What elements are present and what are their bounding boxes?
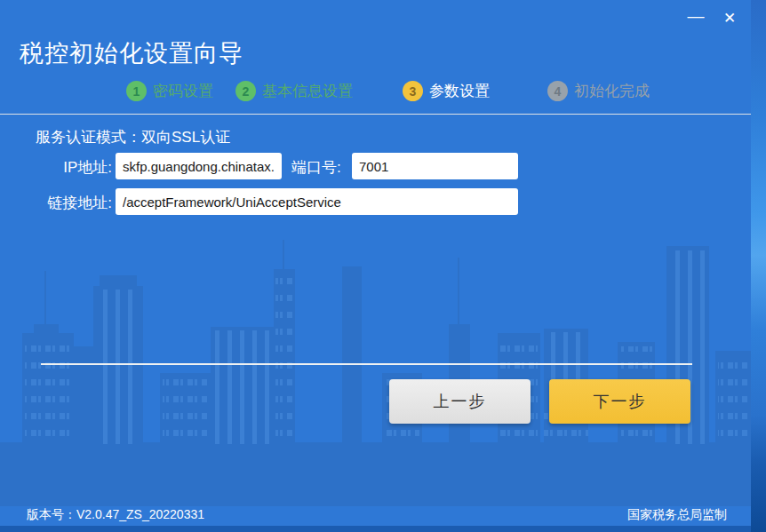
step-label: 密码设置 bbox=[153, 81, 213, 101]
footer-bar: 版本号：V2.0.47_ZS_20220331 国家税务总局监制 bbox=[0, 504, 751, 526]
step-basic-info: 2 基本信息设置 bbox=[235, 81, 353, 101]
step-number-badge: 3 bbox=[403, 81, 423, 101]
port-input[interactable] bbox=[352, 153, 518, 179]
wizard-window: — ✕ 税控初始化设置向导 1 密码设置 2 基本信息设置 3 参数设置 4 初… bbox=[0, 0, 751, 532]
ip-address-input[interactable] bbox=[116, 153, 282, 179]
auth-mode-value: 双向SSL认证 bbox=[141, 129, 230, 146]
link-address-input[interactable] bbox=[116, 188, 518, 215]
close-icon[interactable]: ✕ bbox=[717, 5, 742, 30]
link-address-label: 链接地址: bbox=[34, 193, 112, 213]
step-number-badge: 2 bbox=[235, 81, 256, 101]
step-password: 1 密码设置 bbox=[126, 81, 213, 101]
page-title: 税控初始化设置向导 bbox=[20, 37, 243, 69]
step-number-badge: 4 bbox=[547, 81, 568, 101]
auth-mode-line: 服务认证模式：双向SSL认证 bbox=[36, 127, 230, 147]
step-init-complete: 4 初始化完成 bbox=[547, 81, 650, 101]
desktop-wallpaper-strip bbox=[751, 0, 766, 532]
button-divider-line bbox=[41, 363, 692, 365]
minimize-icon[interactable]: — bbox=[683, 5, 708, 30]
city-skyline-background bbox=[0, 240, 751, 506]
step-indicator: 1 密码设置 2 基本信息设置 3 参数设置 4 初始化完成 bbox=[0, 81, 751, 104]
step-number-badge: 1 bbox=[126, 81, 147, 101]
step-label: 参数设置 bbox=[429, 81, 490, 101]
desktop: — ✕ 税控初始化设置向导 1 密码设置 2 基本信息设置 3 参数设置 4 初… bbox=[0, 0, 766, 532]
titlebar-controls: — ✕ bbox=[683, 5, 742, 30]
step-label: 基本信息设置 bbox=[262, 81, 353, 101]
auth-mode-label: 服务认证模式： bbox=[36, 129, 141, 146]
next-step-button[interactable]: 下一步 bbox=[549, 379, 690, 424]
agency-text: 国家税务总局监制 bbox=[627, 507, 727, 523]
version-label: 版本号： bbox=[27, 507, 76, 521]
step-parameters: 3 参数设置 bbox=[403, 81, 490, 101]
window-bottom-strip bbox=[0, 526, 751, 532]
previous-step-button[interactable]: 上一步 bbox=[389, 379, 531, 424]
port-label: 端口号: bbox=[291, 157, 341, 178]
version-value: V2.0.47_ZS_20220331 bbox=[76, 507, 204, 521]
step-label: 初始化完成 bbox=[574, 81, 650, 101]
ip-address-label: IP地址: bbox=[34, 157, 112, 178]
steps-divider-line bbox=[0, 114, 751, 115]
version-text: 版本号：V2.0.47_ZS_20220331 bbox=[27, 507, 204, 523]
